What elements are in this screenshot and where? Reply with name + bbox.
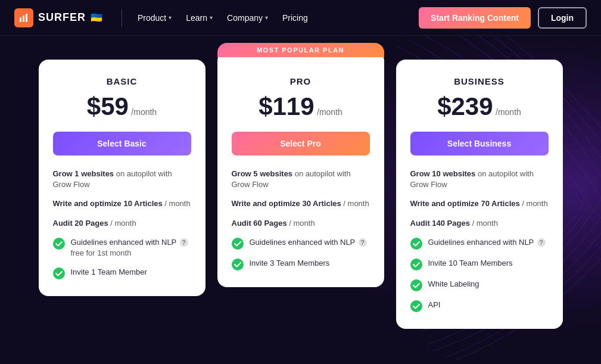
list-item: Invite 1 Team Member — [53, 267, 191, 279]
svg-point-8 — [410, 238, 422, 250]
select-basic-button[interactable]: Select Basic — [53, 132, 191, 155]
plan-price-business: $239 /month — [410, 92, 549, 121]
nav-item-company[interactable]: Company ▾ — [221, 10, 274, 26]
svg-point-10 — [410, 279, 422, 291]
price-amount-business: $239 — [437, 92, 493, 120]
list-item: Write and optimize 10 Articles / month — [53, 198, 191, 209]
svg-point-11 — [410, 300, 422, 312]
pricing-card-basic: BASIC $59 /month Select Basic Grow 1 web… — [39, 60, 205, 296]
plan-title-business: BUSINESS — [410, 76, 549, 86]
svg-point-5 — [53, 267, 65, 279]
svg-rect-2 — [26, 14, 27, 22]
navbar-actions: Start Ranking Content Login — [419, 7, 587, 29]
svg-point-9 — [410, 259, 422, 270]
list-item: Grow 5 websites on autopilot with Grow F… — [232, 169, 370, 190]
nav-links: Product ▾ Learn ▾ Company ▾ Pricing — [132, 10, 419, 26]
checkmark-icon — [232, 238, 244, 250]
logo[interactable]: SURFER 🇺🇦 — [14, 8, 102, 27]
list-item: Audit 20 Pages / month — [53, 218, 191, 229]
list-item: Grow 10 websites on autopilot with Grow … — [410, 169, 549, 190]
svg-rect-0 — [20, 17, 21, 22]
chevron-down-icon: ▾ — [169, 14, 172, 21]
pricing-card-pro: MOST POPULAR PLAN PRO $119 /month Select… — [217, 51, 384, 287]
logo-text: SURFER — [38, 11, 86, 24]
chevron-down-icon: ▾ — [210, 14, 213, 21]
plan-price-basic: $59 /month — [53, 92, 191, 121]
popular-badge: MOST POPULAR PLAN — [217, 43, 384, 57]
select-business-button[interactable]: Select Business — [410, 132, 549, 155]
start-ranking-button[interactable]: Start Ranking Content — [419, 7, 531, 29]
list-item: Guidelines enhanced with NLP ? free for … — [53, 237, 191, 259]
price-period-basic: /month — [131, 107, 157, 117]
chevron-down-icon: ▾ — [265, 14, 268, 21]
logo-icon — [14, 8, 33, 27]
feature-list-pro: Grow 5 websites on autopilot with Grow F… — [232, 169, 370, 270]
list-item: Write and optimize 30 Articles / month — [232, 198, 370, 209]
price-amount-pro: $119 — [259, 92, 314, 120]
nav-item-product[interactable]: Product ▾ — [132, 10, 178, 26]
flag-icon: 🇺🇦 — [91, 12, 102, 23]
list-item: Grow 1 websites on autopilot with Grow F… — [53, 169, 191, 190]
price-amount-basic: $59 — [87, 92, 129, 120]
info-icon: ? — [537, 238, 546, 247]
list-item: Guidelines enhanced with NLP ? — [232, 237, 370, 250]
feature-list-basic: Grow 1 websites on autopilot with Grow F… — [53, 169, 191, 279]
list-item: White Labeling — [410, 279, 549, 291]
info-icon: ? — [180, 238, 188, 247]
svg-rect-1 — [23, 15, 24, 22]
price-period-pro: /month — [317, 107, 342, 117]
plan-title-pro: PRO — [232, 76, 370, 86]
checkmark-icon — [410, 259, 422, 270]
checkmark-icon — [53, 238, 65, 250]
checkmark-icon — [53, 267, 65, 279]
nav-item-pricing[interactable]: Pricing — [276, 10, 314, 26]
list-item: API — [410, 300, 549, 312]
checkmark-icon — [232, 259, 244, 270]
checkmark-icon — [410, 238, 422, 250]
list-item: Invite 3 Team Members — [232, 258, 370, 270]
checkmark-icon — [410, 279, 422, 291]
feature-list-business: Grow 10 websites on autopilot with Grow … — [410, 169, 549, 312]
navbar: SURFER 🇺🇦 Product ▾ Learn ▾ Company ▾ Pr… — [0, 0, 601, 36]
list-item: Write and optimize 70 Articles / month — [410, 198, 549, 209]
svg-point-4 — [53, 238, 65, 250]
nav-item-learn[interactable]: Learn ▾ — [180, 10, 219, 26]
list-item: Invite 10 Team Members — [410, 258, 549, 270]
list-item: Guidelines enhanced with NLP ? — [410, 237, 549, 250]
checkmark-icon — [410, 300, 422, 312]
nav-divider — [122, 9, 122, 27]
price-period-business: /month — [496, 107, 521, 117]
pricing-card-business: BUSINESS $239 /month Select Business Gro… — [396, 60, 563, 329]
plan-title-basic: BASIC — [53, 76, 191, 86]
list-item: Audit 140 Pages / month — [410, 218, 549, 229]
login-button[interactable]: Login — [538, 7, 587, 29]
svg-point-6 — [232, 238, 244, 250]
svg-point-7 — [232, 259, 244, 270]
select-pro-button[interactable]: Select Pro — [232, 132, 370, 155]
plan-price-pro: $119 /month — [232, 92, 370, 121]
info-icon: ? — [359, 238, 367, 247]
pricing-section: BASIC $59 /month Select Basic Grow 1 web… — [0, 36, 601, 353]
list-item: Audit 60 Pages / month — [232, 218, 370, 229]
